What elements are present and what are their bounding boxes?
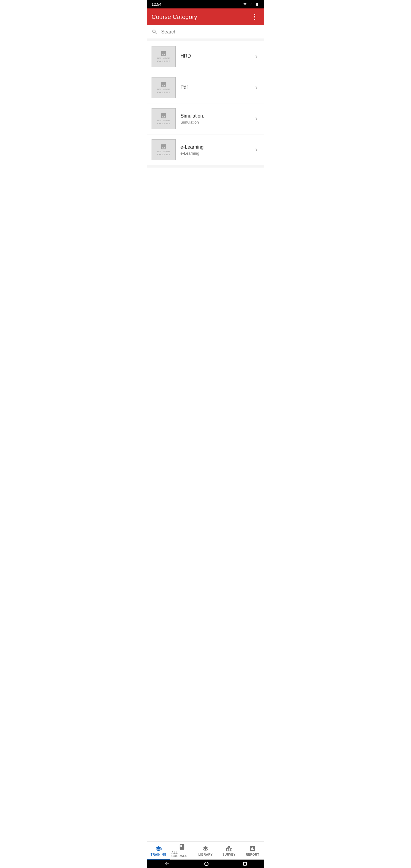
search-icon: [152, 29, 158, 35]
status-bar: 12:54: [147, 0, 264, 8]
list-item[interactable]: NO IMAGEAVAILABLE e-Learning e-Learning: [147, 134, 264, 165]
no-image-icon: [159, 144, 168, 150]
item-title: Pdf: [181, 84, 251, 90]
no-image-text: NO IMAGEAVAILABLE: [157, 57, 170, 63]
item-subtitle: Simulation: [181, 120, 251, 124]
list-item[interactable]: NO IMAGEAVAILABLE Pdf: [147, 72, 264, 103]
signal-icon: [249, 2, 253, 6]
status-time: 12:54: [152, 2, 161, 7]
more-options-button[interactable]: [250, 12, 259, 22]
item-info: Pdf: [181, 84, 251, 91]
battery-icon: [255, 2, 259, 6]
item-thumbnail: NO IMAGEAVAILABLE: [152, 46, 176, 67]
list-item[interactable]: NO IMAGEAVAILABLE HRD: [147, 41, 264, 72]
status-icons: [243, 2, 259, 6]
item-info: Simulation. Simulation: [181, 113, 251, 124]
app-bar: Course Category: [147, 8, 264, 25]
no-image-icon: [159, 82, 168, 88]
chevron-right-icon: [253, 147, 259, 153]
chevron-right-icon: [253, 116, 259, 122]
item-title: e-Learning: [181, 144, 251, 150]
no-image-text: NO IMAGEAVAILABLE: [157, 119, 170, 125]
no-image-icon: [159, 113, 168, 119]
item-thumbnail: NO IMAGEAVAILABLE: [152, 139, 176, 160]
no-image-text: NO IMAGEAVAILABLE: [157, 88, 170, 94]
wifi-icon: [243, 2, 247, 6]
item-info: e-Learning e-Learning: [181, 144, 251, 156]
item-thumbnail: NO IMAGEAVAILABLE: [152, 77, 176, 98]
item-title: Simulation.: [181, 113, 251, 119]
chevron-right-icon: [253, 54, 259, 60]
chevron-right-icon: [253, 85, 259, 91]
page-title: Course Category: [152, 13, 197, 21]
item-subtitle: e-Learning: [181, 151, 251, 156]
item-title: HRD: [181, 53, 251, 59]
no-image-icon: [159, 50, 168, 57]
no-image-text: NO IMAGEAVAILABLE: [157, 150, 170, 156]
item-thumbnail: NO IMAGEAVAILABLE: [152, 108, 176, 129]
more-vert-icon: [254, 14, 255, 20]
search-bar: [147, 25, 264, 39]
category-list: NO IMAGEAVAILABLE HRD NO IMAGEAVAILABLE …: [147, 39, 264, 167]
item-info: HRD: [181, 53, 251, 60]
list-item[interactable]: NO IMAGEAVAILABLE Simulation. Simulation: [147, 103, 264, 134]
search-input[interactable]: [161, 29, 259, 35]
